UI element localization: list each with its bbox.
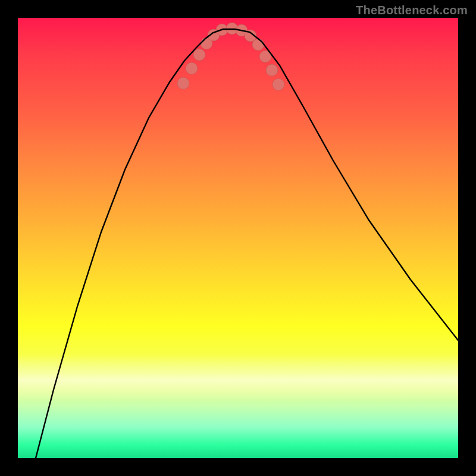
curve-marker bbox=[266, 64, 278, 76]
chart-svg bbox=[18, 18, 458, 458]
outer-frame: TheBottleneck.com bbox=[0, 0, 476, 476]
curve-marker bbox=[177, 77, 189, 89]
marker-group bbox=[177, 23, 284, 90]
curve-marker bbox=[273, 79, 284, 90]
curve-marker bbox=[252, 39, 264, 51]
curve-marker bbox=[186, 62, 198, 74]
watermark-text: TheBottleneck.com bbox=[356, 4, 468, 17]
bottleneck-curve bbox=[36, 29, 458, 458]
curve-marker bbox=[193, 49, 205, 61]
